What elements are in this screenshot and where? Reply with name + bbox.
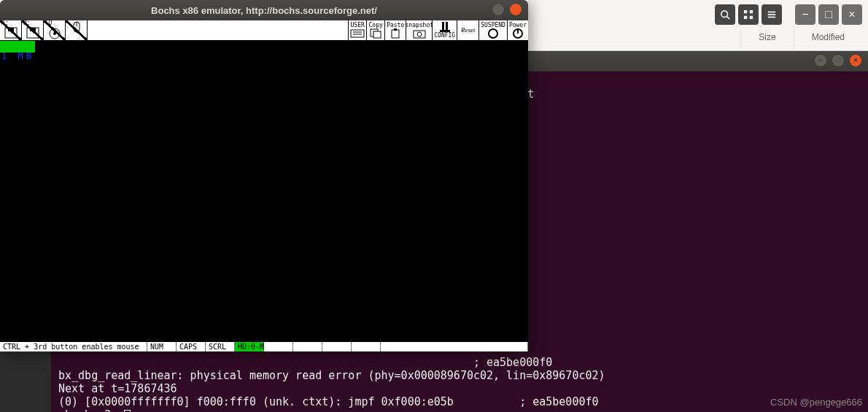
cd-icon [47, 26, 62, 39]
svg-rect-3 [750, 10, 753, 13]
cdrom-button[interactable]: CD [44, 20, 66, 40]
svg-rect-11 [27, 28, 39, 38]
snapshot-button[interactable]: snapshot [406, 20, 432, 40]
maximize-icon[interactable]: □ [818, 4, 839, 25]
config-button[interactable]: CONFIG [432, 20, 457, 40]
keyboard-icon [350, 28, 365, 39]
bochs-toolbar: A: B: CD USER Copy Past [0, 20, 528, 41]
terminal-line: Next at t=17867436 [58, 382, 177, 395]
bochs-titlebar[interactable]: Bochs x86 emulator, http://bochs.sourcef… [0, 0, 528, 20]
terminal-line: bx_dbg_read_linear: physical memory read… [58, 369, 605, 382]
reset-button[interactable]: Reset [457, 20, 478, 40]
svg-rect-12 [30, 28, 36, 31]
terminal-prompt: <bochs:2> [58, 408, 124, 412]
floppy-b-button[interactable]: B: [22, 20, 44, 40]
status-empty [381, 342, 528, 351]
power-label: Power [509, 22, 527, 28]
floppy-a-button[interactable]: A: [0, 20, 22, 40]
bochs-window: Bochs x86 emulator, http://bochs.sourcef… [0, 0, 528, 351]
status-empty [322, 342, 352, 351]
svg-point-25 [417, 32, 422, 36]
copy-label: Copy [369, 22, 383, 28]
svg-rect-17 [351, 30, 364, 37]
paste-button[interactable]: Paste [384, 20, 406, 40]
copy-button[interactable]: Copy [366, 20, 384, 40]
boot-text: 1 MB [0, 51, 34, 61]
svg-point-29 [489, 29, 497, 38]
floppy-icon [4, 26, 18, 39]
bochs-title: Bochs x86 emulator, http://bochs.sourcef… [151, 5, 377, 16]
svg-rect-23 [394, 28, 397, 31]
power-icon [511, 28, 525, 39]
power-button[interactable]: Power [507, 20, 528, 40]
terminal-line: ; ea5be000f0 [58, 356, 552, 369]
bochs-statusbar: CTRL + 3rd button enables mouse NUM CAPS… [0, 341, 528, 351]
paste-label: Paste [387, 22, 404, 28]
terminal-maximize-icon[interactable]: □ [832, 54, 845, 67]
bochs-minimize-icon[interactable] [492, 3, 505, 16]
close-icon[interactable]: × [842, 4, 862, 25]
mouse-icon [69, 20, 84, 34]
reset-label: Reset [461, 27, 476, 34]
bochs-window-controls [492, 3, 522, 16]
column-modified[interactable]: Modified [794, 29, 862, 50]
status-empty [264, 342, 293, 351]
status-empty [293, 342, 322, 351]
svg-rect-21 [373, 31, 381, 38]
status-hd: HD:0-M [235, 342, 264, 351]
status-scrl: SCRL [206, 342, 235, 351]
terminal-window-controls: − □ × [814, 54, 862, 67]
floppy-icon [26, 26, 40, 39]
copy-icon [368, 28, 383, 39]
bochs-close-icon[interactable] [509, 3, 522, 16]
suspend-label: SUSPEND [481, 22, 505, 28]
svg-rect-15 [74, 22, 80, 32]
watermark: CSDN @pengege666 [770, 397, 862, 408]
bochs-display[interactable]: 1 MB [0, 41, 528, 341]
column-size[interactable]: Size [740, 29, 793, 50]
search-icon[interactable] [715, 4, 735, 25]
terminal-line: (0) [0x0000fffffff0] f000:fff0 (unk. ctx… [58, 395, 599, 408]
user-label: USER [351, 22, 365, 28]
status-caps: CAPS [177, 342, 206, 351]
status-mouse-hint: CTRL + 3rd button enables mouse [0, 342, 147, 351]
floppy-b-label: B: [22, 20, 43, 26]
terminal-minimize-icon[interactable]: − [814, 54, 827, 67]
status-num: NUM [147, 342, 177, 351]
svg-point-13 [50, 28, 60, 39]
status-empty [352, 342, 381, 351]
svg-rect-5 [750, 16, 753, 19]
config-label: CONFIG [434, 32, 455, 39]
minimize-icon[interactable]: − [795, 4, 815, 25]
grid-view-icon[interactable] [738, 4, 759, 25]
svg-rect-10 [8, 28, 14, 31]
svg-rect-2 [744, 10, 747, 13]
svg-rect-9 [5, 28, 17, 38]
snapshot-label: snapshot [406, 22, 434, 28]
user-button[interactable]: USER [348, 20, 366, 40]
svg-rect-4 [744, 16, 747, 19]
floppy-a-label: A: [0, 20, 21, 26]
suspend-icon [486, 28, 500, 39]
cdrom-label: CD [44, 20, 65, 26]
config-icon [438, 22, 452, 32]
svg-point-14 [53, 32, 56, 35]
svg-line-1 [727, 17, 730, 20]
svg-rect-22 [392, 30, 399, 38]
terminal-close-icon[interactable]: × [849, 54, 862, 67]
paste-icon [388, 28, 403, 39]
svg-point-0 [721, 11, 728, 18]
camera-icon [412, 28, 427, 39]
hamburger-menu-icon[interactable] [762, 4, 782, 25]
mouse-capture-button[interactable] [66, 20, 88, 40]
suspend-button[interactable]: SUSPEND [478, 20, 507, 40]
